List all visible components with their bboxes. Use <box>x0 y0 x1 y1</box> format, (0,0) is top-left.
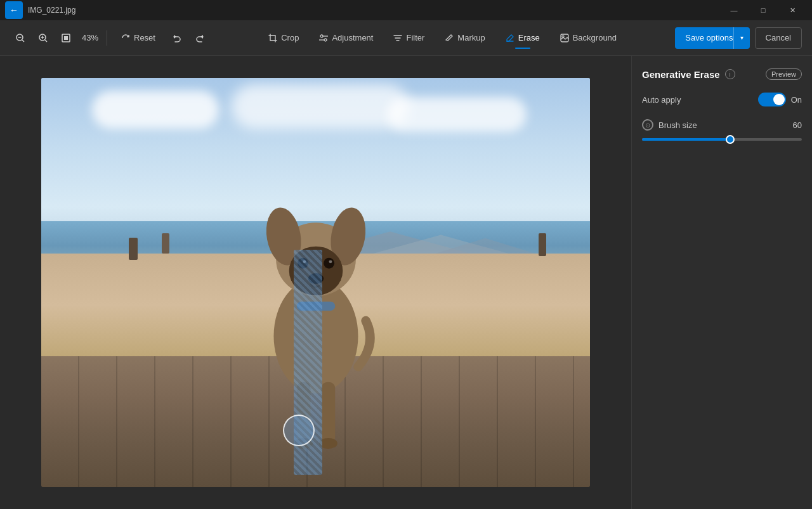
svg-line-1 <box>22 40 24 42</box>
background-label: Background <box>573 33 617 42</box>
markup-icon <box>445 34 454 42</box>
save-options-chevron-button[interactable]: ▾ <box>733 27 750 49</box>
fit-icon <box>61 33 71 43</box>
filter-icon <box>393 34 402 42</box>
back-button[interactable]: ← <box>5 1 23 19</box>
toolbar-left: 43% Reset <box>10 28 210 48</box>
markup-label: Markup <box>457 33 485 42</box>
person-silhouette-2 <box>162 233 169 254</box>
dog-image <box>41 78 590 487</box>
auto-apply-row: Auto apply On <box>642 93 802 106</box>
brush-size-value: 60 <box>793 120 802 130</box>
cloud-1 <box>92 91 219 129</box>
svg-point-9 <box>320 35 323 37</box>
undo-button[interactable] <box>167 28 187 48</box>
reset-icon <box>121 34 130 42</box>
reset-label: Reset <box>134 33 155 42</box>
adjustment-tool-button[interactable]: Adjustment <box>310 29 382 46</box>
cloud-3 <box>387 97 527 132</box>
toolbar: 43% Reset Cro <box>0 20 812 56</box>
erase-icon <box>506 34 514 42</box>
main-content: Generative Erase i Preview Auto apply On… <box>0 56 812 509</box>
image-container[interactable] <box>41 78 590 487</box>
brush-size-slider-track[interactable] <box>642 138 802 141</box>
zoom-in-button[interactable] <box>33 28 53 48</box>
auto-apply-label: Auto apply <box>642 95 681 105</box>
panel-title-row: Generative Erase i Preview <box>642 68 802 80</box>
markup-tool-button[interactable]: Markup <box>436 29 494 46</box>
erase-stroke-overlay <box>294 250 322 475</box>
zoom-level: 43% <box>79 33 102 42</box>
window-controls: — □ ✕ <box>719 0 807 20</box>
preview-badge[interactable]: Preview <box>766 68 802 80</box>
adjustment-label: Adjustment <box>332 33 373 42</box>
svg-point-10 <box>324 39 327 41</box>
toolbar-divider <box>107 30 107 46</box>
titlebar-left: ← IMG_0221.jpg <box>5 1 75 19</box>
background-icon <box>560 34 569 42</box>
reset-button[interactable]: Reset <box>112 29 164 46</box>
redo-button[interactable] <box>190 28 210 48</box>
toolbar-right: Save options ▾ Cancel <box>675 27 802 49</box>
crop-label: Crop <box>281 33 299 42</box>
svg-line-4 <box>45 40 47 42</box>
slider-fill <box>642 138 730 141</box>
brush-size-icon[interactable]: ⊙ <box>642 119 653 131</box>
save-options-button[interactable]: Save options <box>675 27 733 49</box>
svg-rect-29 <box>321 382 335 444</box>
save-options-label: Save options <box>685 33 733 42</box>
slider-thumb[interactable] <box>726 135 735 144</box>
person-silhouette-3 <box>539 233 546 256</box>
right-panel: Generative Erase i Preview Auto apply On… <box>631 56 812 509</box>
cancel-label: Cancel <box>766 33 791 42</box>
undo-icon <box>172 33 182 43</box>
zoom-in-icon <box>38 33 48 43</box>
background-tool-button[interactable]: Background <box>551 29 625 46</box>
toggle-group: On <box>758 93 802 106</box>
cloud-2 <box>232 84 409 129</box>
file-title: IMG_0221.jpg <box>28 6 75 15</box>
filter-tool-button[interactable]: Filter <box>384 29 433 46</box>
panel-title: Generative Erase <box>642 69 720 80</box>
filter-label: Filter <box>406 33 424 42</box>
svg-rect-8 <box>64 36 68 40</box>
minimize-button[interactable]: — <box>719 0 749 20</box>
erase-tool-button[interactable]: Erase <box>497 29 549 46</box>
svg-point-14 <box>562 35 564 37</box>
info-icon[interactable]: i <box>725 69 735 79</box>
fit-view-button[interactable] <box>56 28 76 48</box>
canvas-area[interactable] <box>0 56 631 509</box>
zoom-out-button[interactable] <box>10 28 30 48</box>
toggle-on-label: On <box>791 95 802 105</box>
zoom-out-icon <box>15 33 25 43</box>
close-button[interactable]: ✕ <box>778 0 807 20</box>
maximize-button[interactable]: □ <box>749 0 778 20</box>
chevron-down-icon: ▾ <box>740 34 743 41</box>
crop-tool-button[interactable]: Crop <box>259 29 308 46</box>
svg-point-26 <box>329 260 332 263</box>
svg-point-24 <box>324 258 334 269</box>
brush-size-label: Brush size <box>658 120 793 130</box>
brush-size-row: ⊙ Brush size 60 <box>642 119 802 131</box>
toggle-thumb <box>773 94 785 105</box>
adjustment-icon <box>319 34 328 42</box>
person-silhouette-1 <box>129 238 138 260</box>
crop-icon <box>268 34 277 42</box>
titlebar: ← IMG_0221.jpg — □ ✕ <box>0 0 812 20</box>
cancel-button[interactable]: Cancel <box>755 27 802 49</box>
toolbar-center: Crop Adjustment Filter Markup <box>213 29 672 46</box>
redo-icon <box>195 33 205 43</box>
auto-apply-toggle[interactable] <box>758 93 786 106</box>
save-options-group: Save options ▾ <box>675 27 749 49</box>
brush-size-slider-container <box>642 138 802 141</box>
back-icon: ← <box>10 5 18 15</box>
erase-label: Erase <box>518 33 540 42</box>
